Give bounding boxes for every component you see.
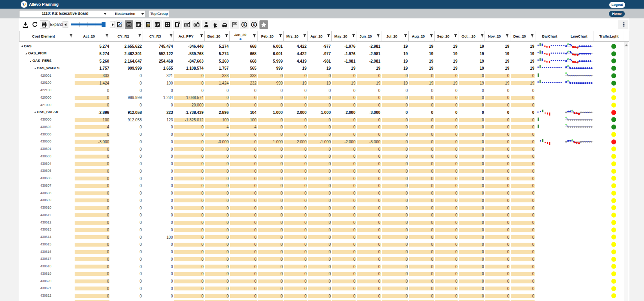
svg-text:csv: csv xyxy=(43,24,46,26)
svg-text:$: $ xyxy=(243,23,245,27)
svg-text:$: $ xyxy=(253,23,255,27)
